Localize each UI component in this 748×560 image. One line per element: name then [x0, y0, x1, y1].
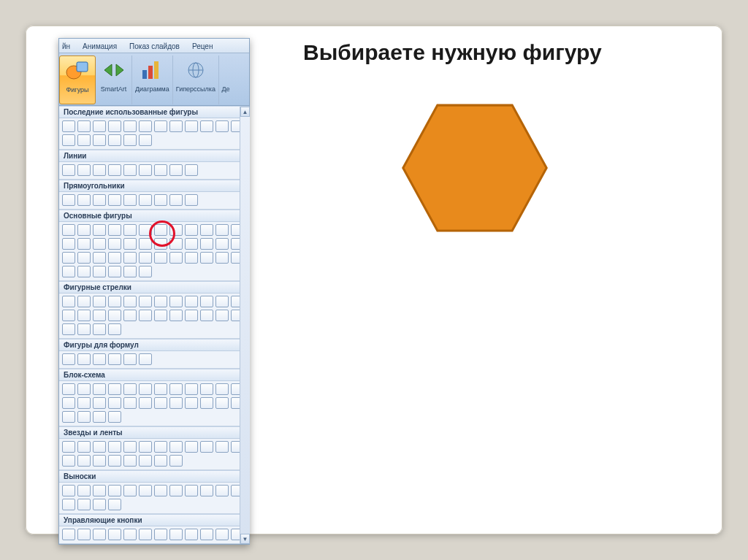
shape-item[interactable]	[108, 266, 121, 277]
shape-item[interactable]	[200, 252, 213, 264]
shape-item[interactable]	[62, 252, 75, 264]
chart-button[interactable]: Диаграмма	[132, 55, 173, 104]
shape-item[interactable]	[108, 323, 121, 335]
shape-item[interactable]	[93, 383, 106, 395]
shape-item[interactable]	[169, 238, 183, 250]
shape-item[interactable]	[200, 485, 213, 496]
shape-item[interactable]	[93, 397, 106, 409]
shape-item[interactable]	[77, 411, 91, 423]
shape-item[interactable]	[108, 120, 121, 132]
shape-item[interactable]	[62, 323, 75, 335]
shape-item[interactable]	[77, 441, 91, 453]
shape-item[interactable]	[123, 397, 137, 409]
shape-item[interactable]	[185, 485, 198, 496]
shape-item[interactable]	[169, 485, 183, 496]
shape-item[interactable]	[123, 224, 137, 236]
shape-item[interactable]	[77, 397, 91, 409]
shape-item[interactable]	[200, 296, 213, 307]
shape-item[interactable]	[154, 529, 167, 540]
shape-item[interactable]	[154, 296, 167, 307]
shape-item[interactable]	[108, 455, 121, 467]
shape-item[interactable]	[185, 310, 198, 321]
shape-item[interactable]	[215, 529, 229, 540]
shape-item[interactable]	[200, 120, 213, 132]
shape-item[interactable]	[93, 238, 106, 250]
shape-item[interactable]	[77, 353, 91, 365]
shape-item[interactable]	[169, 194, 183, 206]
shape-item[interactable]	[123, 296, 137, 307]
shape-item[interactable]	[139, 120, 152, 132]
shape-item[interactable]	[77, 134, 91, 146]
shape-item[interactable]	[62, 164, 75, 176]
shape-item[interactable]	[77, 455, 91, 467]
shapes-button[interactable]: Фигуры	[59, 55, 96, 104]
shape-item[interactable]	[108, 353, 121, 365]
shape-item[interactable]	[215, 485, 229, 496]
shape-item[interactable]	[93, 134, 106, 146]
tab-review-cut[interactable]: Рецен	[186, 39, 219, 53]
shape-item[interactable]	[215, 120, 229, 132]
shape-item[interactable]	[77, 323, 91, 335]
shape-item[interactable]	[169, 397, 183, 409]
shape-item[interactable]	[123, 120, 137, 132]
shape-item[interactable]	[185, 397, 198, 409]
tab-design-cut[interactable]: йн	[61, 39, 76, 53]
shape-item[interactable]	[62, 296, 75, 307]
shape-item[interactable]	[154, 383, 167, 395]
shape-item[interactable]	[93, 411, 106, 423]
shape-item[interactable]	[169, 383, 183, 395]
shape-item[interactable]	[108, 310, 121, 321]
shape-item[interactable]	[200, 310, 213, 321]
shape-item[interactable]	[200, 238, 213, 250]
shape-item[interactable]	[215, 397, 229, 409]
shape-item[interactable]	[215, 238, 229, 250]
shape-item[interactable]	[154, 120, 167, 132]
hyperlink-button[interactable]: Гиперссылка	[173, 55, 219, 104]
shape-item[interactable]	[169, 441, 183, 453]
shape-item[interactable]	[215, 224, 229, 236]
shape-item[interactable]	[123, 455, 137, 467]
shape-item[interactable]	[123, 529, 137, 540]
shape-item[interactable]	[77, 164, 91, 176]
shape-item[interactable]	[62, 397, 75, 409]
shape-item[interactable]	[154, 194, 167, 206]
shape-item[interactable]	[93, 224, 106, 236]
shape-item[interactable]	[123, 134, 137, 146]
shape-item[interactable]	[169, 224, 183, 236]
shape-item[interactable]	[215, 296, 229, 307]
shape-item[interactable]	[62, 499, 75, 510]
tab-slideshow[interactable]: Показ слайдов	[123, 39, 186, 53]
shape-item[interactable]	[123, 353, 137, 365]
shape-item[interactable]	[108, 485, 121, 496]
shape-item[interactable]	[62, 194, 75, 206]
shape-item[interactable]	[108, 194, 121, 206]
shape-item[interactable]	[169, 529, 183, 540]
shape-item[interactable]	[200, 529, 213, 540]
shape-item[interactable]	[185, 120, 198, 132]
shape-item[interactable]	[77, 296, 91, 307]
shape-item[interactable]	[93, 120, 106, 132]
shape-item[interactable]	[108, 238, 121, 250]
shape-item[interactable]	[77, 224, 91, 236]
shape-item[interactable]	[77, 194, 91, 206]
shape-item[interactable]	[108, 529, 121, 540]
shape-item[interactable]	[62, 134, 75, 146]
shape-item[interactable]	[62, 485, 75, 496]
shape-item[interactable]	[77, 529, 91, 540]
shape-item[interactable]	[77, 252, 91, 264]
tab-animation[interactable]: Анимация	[77, 39, 123, 53]
shape-item[interactable]	[62, 224, 75, 236]
shape-item[interactable]	[185, 194, 198, 206]
shape-item[interactable]	[139, 485, 152, 496]
shape-item[interactable]	[200, 383, 213, 395]
scroll-up-button[interactable]: ▲	[240, 107, 250, 117]
shape-item[interactable]	[62, 120, 75, 132]
shape-item[interactable]	[139, 224, 152, 236]
shape-item[interactable]	[123, 441, 137, 453]
shape-item[interactable]	[154, 397, 167, 409]
shape-item[interactable]	[169, 310, 183, 321]
shape-item[interactable]	[62, 266, 75, 277]
shape-item[interactable]	[108, 411, 121, 423]
shape-item[interactable]	[108, 383, 121, 395]
shape-item[interactable]	[185, 252, 198, 264]
